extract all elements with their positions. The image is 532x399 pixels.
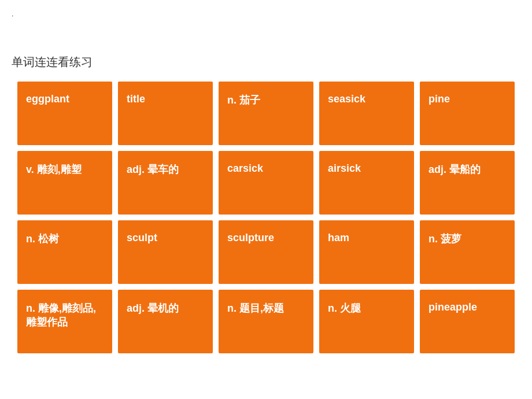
card-6[interactable]: v. 雕刻,雕塑 bbox=[17, 151, 112, 215]
card-17[interactable]: adj. 晕机的 bbox=[118, 290, 213, 353]
card-5[interactable]: pine bbox=[420, 82, 515, 145]
card-15[interactable]: n. 菠萝 bbox=[420, 220, 515, 284]
card-13[interactable]: sculpture bbox=[219, 220, 313, 284]
card-19[interactable]: n. 火腿 bbox=[319, 290, 414, 353]
card-2[interactable]: title bbox=[118, 82, 213, 145]
card-10[interactable]: adj. 晕船的 bbox=[420, 151, 515, 215]
card-8[interactable]: carsick bbox=[219, 151, 313, 215]
card-grid: eggplanttitlen. 茄子seasickpinev. 雕刻,雕塑adj… bbox=[12, 82, 520, 353]
card-16[interactable]: n. 雕像,雕刻品,雕塑作品 bbox=[17, 290, 112, 353]
card-9[interactable]: airsick bbox=[319, 151, 414, 215]
card-3[interactable]: n. 茄子 bbox=[219, 82, 313, 145]
card-4[interactable]: seasick bbox=[319, 82, 414, 145]
page-title: 单词连连看练习 bbox=[12, 54, 520, 70]
card-7[interactable]: adj. 晕车的 bbox=[118, 151, 213, 215]
card-14[interactable]: ham bbox=[319, 220, 414, 284]
card-1[interactable]: eggplant bbox=[17, 82, 112, 145]
card-11[interactable]: n. 松树 bbox=[17, 220, 112, 284]
card-18[interactable]: n. 题目,标题 bbox=[219, 290, 313, 353]
card-12[interactable]: sculpt bbox=[118, 220, 213, 284]
dot: · bbox=[12, 12, 520, 20]
card-20[interactable]: pineapple bbox=[420, 290, 515, 353]
